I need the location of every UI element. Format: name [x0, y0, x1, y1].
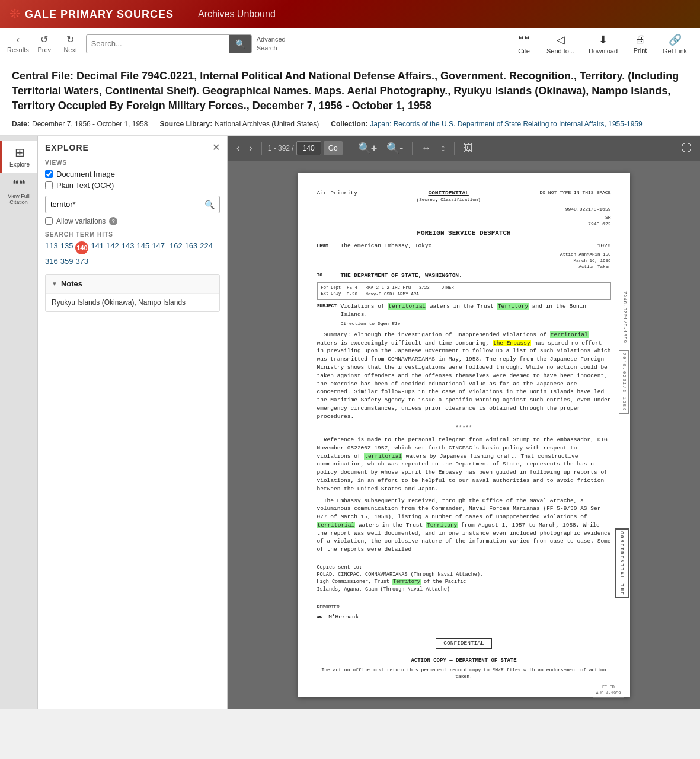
document-number-side: 794C.0221/3-1659 [621, 291, 628, 343]
explore-panel: EXPLORE ✕ VIEWS Document Image Plain Tex… [38, 136, 228, 709]
from-row: FROM The American Embassy, Tokyo 1028 [317, 242, 611, 250]
toolbar-divider-4 [454, 142, 455, 155]
notes-content: Ryukyu Islands (Okinawa), Nampo Islands [46, 293, 219, 311]
send-to-button[interactable]: ◁ Send to... [541, 31, 580, 57]
p2-territorial: territorial [364, 453, 402, 460]
cite-icon: ❝❝ [518, 33, 530, 46]
title-area: Central File: Decimal File 794C.0221, In… [0, 59, 700, 136]
results-button[interactable]: ‹ Results [7, 34, 29, 53]
from-value: The American Embassy, Tokyo 1028 [341, 242, 611, 250]
zoom-out-button[interactable]: 🔍- [383, 141, 406, 156]
reporter-role: REPORTER [317, 604, 611, 611]
send-to-label: Send to... [546, 47, 574, 55]
fit-height-button[interactable]: ↕ [437, 142, 448, 155]
action-copy-label: ACTION COPY — DEPARTMENT OF STATE [317, 657, 611, 665]
collection-value[interactable]: Japan: Records of the U.S. Department of… [370, 120, 642, 128]
hit-162[interactable]: 162 [170, 241, 183, 254]
source-value: National Archives (United States) [215, 120, 319, 128]
bottom-stamp-area: CONFIDENTIAL ACTION COPY — DEPARTMENT OF… [317, 632, 611, 680]
hit-143[interactable]: 143 [122, 241, 135, 254]
form-name: FOREIGN SERVICE DESPATCH [317, 229, 611, 238]
hit-316[interactable]: 316 [45, 257, 58, 266]
from-number: 1028 [597, 242, 611, 250]
document-meta: Date: December 7, 1956 - October 1, 1958… [12, 120, 688, 128]
p1-embassy: the Embassy [493, 340, 531, 346]
main-search-button[interactable]: 🔍 [229, 35, 251, 53]
notes-label: Notes [61, 279, 82, 288]
action-box: For Dept Ext Only FE-4 RMA-2 L-2 IRC-Fru… [317, 282, 611, 300]
nav-right-actions: ❝❝ Cite ◁ Send to... ⬇ Download 🖨 Print … [510, 31, 693, 57]
document-content-area: 794C.0221/3-1659 Air Priority CONFIDENTI… [228, 161, 700, 709]
download-label: Download [589, 47, 618, 55]
prev-page-button[interactable]: ‹ [234, 142, 242, 155]
view-full-citation-button[interactable]: ❝❝ View FullCitation [0, 173, 37, 211]
action-box-labels: For Dept Ext Only [321, 285, 341, 298]
close-explore-button[interactable]: ✕ [212, 143, 220, 152]
collection-label: Collection: [331, 120, 367, 128]
plain-text-check[interactable] [45, 181, 53, 189]
cite-button[interactable]: ❝❝ Cite [510, 31, 538, 57]
to-row: TO THE DEPARTMENT OF STATE, WASHINGTON. [317, 272, 611, 280]
to-label: TO [317, 272, 341, 280]
fullscreen-button[interactable]: ⛶ [679, 142, 694, 155]
page-range-label: 1 - 392 / [268, 144, 294, 152]
image-view-button[interactable]: 🖼 [461, 142, 476, 155]
hit-147[interactable]: 147 [152, 241, 165, 254]
help-icon[interactable]: ? [109, 217, 117, 225]
toolbar-divider-3 [412, 142, 413, 155]
document-page: 794C.0221/3-1659 Air Priority CONFIDENTI… [298, 173, 630, 697]
hit-359[interactable]: 359 [60, 257, 73, 266]
action-codes: FE-4 RMA-2 L-2 IRC-Fru—— 3/23 3-20 Navy-… [347, 285, 430, 298]
signature-area: REPORTER ✒ M'Hermack [317, 604, 611, 624]
main-search-input[interactable] [87, 37, 229, 50]
go-button[interactable]: Go [324, 141, 343, 155]
page-number-input[interactable] [296, 141, 321, 155]
hits-section: SEARCH TERM HITS 113 135 140 141 142 143… [45, 231, 220, 266]
print-label: Print [634, 47, 647, 54]
hit-224[interactable]: 224 [200, 241, 213, 254]
plain-text-checkbox[interactable]: Plain Text (OCR) [45, 181, 220, 190]
hit-145[interactable]: 145 [137, 241, 150, 254]
action-note: The action office must return this perma… [317, 666, 611, 680]
download-button[interactable]: ⬇ Download [583, 31, 624, 57]
get-link-button[interactable]: 🔗 Get Link [657, 31, 693, 57]
gale-logo-icon: ❊ [9, 7, 20, 22]
notes-chevron-icon: ▼ [52, 280, 57, 287]
notes-header[interactable]: ▼ Notes [46, 275, 219, 293]
results-icon: ‹ [17, 34, 20, 45]
signature-symbol: ✒ [317, 611, 323, 624]
doc-numbers: 9940.0221/3-1659 SR 794C 622 [565, 206, 611, 228]
p3-territory: Territory [426, 522, 458, 528]
explore-header: EXPLORE ✕ [45, 143, 220, 152]
filed-stamp: FILEDAUS 4-1959 [593, 683, 624, 698]
advanced-search-link[interactable]: Advanced Search [257, 35, 286, 52]
right-stamp: 7940.0221/3-1659 [619, 350, 628, 414]
nav-bar: ‹ Results ↺ Prev ↻ Next 🔍 Advanced Searc… [0, 28, 700, 59]
next-button[interactable]: ↻ Next [60, 34, 81, 53]
subject-row: SUBJECT: Violations of territorial water… [317, 302, 611, 319]
allow-variations-checkbox[interactable] [45, 217, 53, 225]
hit-113[interactable]: 113 [45, 241, 58, 254]
brand-name: GALE PRIMARY SOURCES [25, 8, 174, 21]
hit-142[interactable]: 142 [106, 241, 119, 254]
notes-section: ▼ Notes Ryukyu Islands (Okinawa), Nampo … [45, 274, 220, 312]
document-image-checkbox[interactable]: Document Image [45, 170, 220, 178]
action-annotation: Attion AnnMARin 150 March 16, 1959 Actio… [317, 251, 611, 271]
explore-label: Explore [9, 161, 30, 168]
hit-373[interactable]: 373 [75, 257, 88, 266]
hit-135[interactable]: 135 [60, 241, 73, 254]
zoom-in-button[interactable]: 🔍+ [355, 141, 381, 156]
next-page-button[interactable]: › [246, 142, 255, 155]
print-button[interactable]: 🖨 Print [626, 31, 654, 56]
explore-sidebar-button[interactable]: ⊞ Explore [0, 141, 37, 173]
subject-label: SUBJECT: [317, 302, 341, 319]
hit-140-current[interactable]: 140 [75, 241, 88, 254]
prev-button[interactable]: ↺ Prev [34, 34, 55, 53]
hit-141[interactable]: 141 [91, 241, 104, 254]
explore-search-button[interactable]: 🔍 [200, 200, 219, 209]
document-image-check[interactable] [45, 170, 53, 178]
fit-width-button[interactable]: ↔ [418, 142, 434, 155]
explore-search-input[interactable] [46, 197, 200, 211]
results-label: Results [7, 46, 29, 53]
hit-163[interactable]: 163 [185, 241, 198, 254]
